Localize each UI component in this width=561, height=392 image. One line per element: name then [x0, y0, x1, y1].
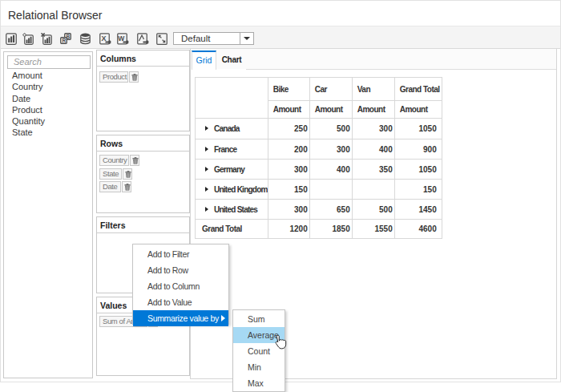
svg-text:W: W [118, 34, 125, 42]
svg-text:R: R [63, 38, 67, 43]
svg-text:X: X [101, 34, 106, 42]
